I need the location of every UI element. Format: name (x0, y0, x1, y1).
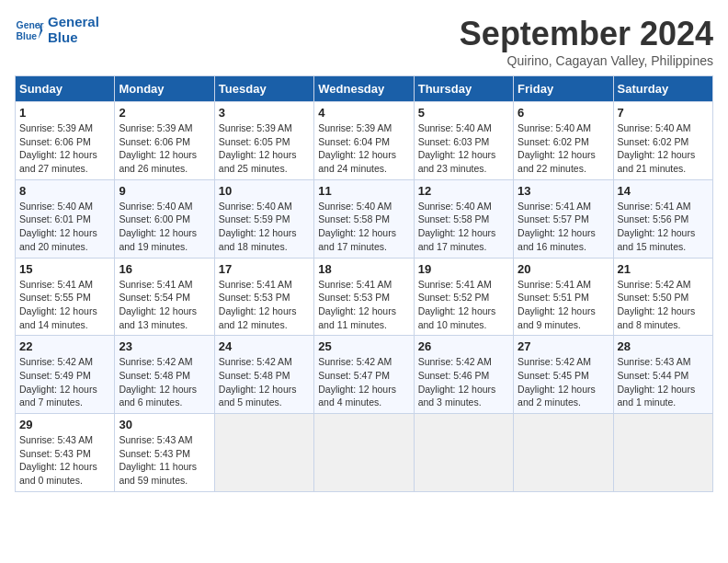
calendar-cell: 3Sunrise: 5:39 AMSunset: 6:05 PMDaylight… (214, 102, 313, 180)
calendar-cell: 6Sunrise: 5:40 AMSunset: 6:02 PMDaylight… (514, 102, 613, 180)
calendar-cell: 30Sunrise: 5:43 AMSunset: 5:43 PMDayligh… (115, 414, 214, 492)
day-number: 5 (418, 106, 509, 120)
calendar-week-6: 29Sunrise: 5:43 AMSunset: 5:43 PMDayligh… (16, 414, 713, 492)
calendar-cell: 2Sunrise: 5:39 AMSunset: 6:06 PMDaylight… (115, 102, 214, 180)
day-number: 11 (318, 184, 409, 198)
day-header-wednesday: Wednesday (314, 76, 414, 102)
day-detail: Sunrise: 5:40 AMSunset: 5:59 PMDaylight:… (219, 200, 310, 254)
calendar-cell (314, 414, 414, 492)
calendar-cell: 10Sunrise: 5:40 AMSunset: 5:59 PMDayligh… (214, 179, 313, 258)
day-number: 20 (518, 262, 609, 276)
calendar-cell: 24Sunrise: 5:42 AMSunset: 5:48 PMDayligh… (214, 336, 313, 414)
day-number: 30 (119, 418, 210, 431)
calendar-cell: 5Sunrise: 5:40 AMSunset: 6:03 PMDaylight… (414, 102, 513, 180)
day-number: 24 (219, 339, 310, 353)
day-number: 7 (618, 106, 709, 120)
calendar-cell (414, 414, 513, 492)
month-title: September 2024 (460, 15, 713, 53)
day-detail: Sunrise: 5:40 AMSunset: 5:58 PMDaylight:… (418, 200, 509, 254)
day-number: 19 (418, 262, 509, 276)
day-number: 22 (19, 339, 110, 353)
day-number: 12 (418, 184, 509, 198)
page-header: General Blue General Blue September 2024… (15, 15, 713, 68)
calendar-week-5: 22Sunrise: 5:42 AMSunset: 5:49 PMDayligh… (16, 336, 713, 414)
day-number: 18 (318, 262, 409, 276)
day-detail: Sunrise: 5:39 AMSunset: 6:06 PMDaylight:… (19, 121, 110, 176)
day-detail: Sunrise: 5:40 AMSunset: 5:58 PMDaylight:… (318, 200, 409, 254)
day-detail: Sunrise: 5:41 AMSunset: 5:52 PMDaylight:… (418, 278, 509, 332)
day-detail: Sunrise: 5:43 AMSunset: 5:44 PMDaylight:… (618, 355, 709, 409)
day-number: 15 (19, 262, 110, 276)
subtitle: Quirino, Cagayan Valley, Philippines (460, 53, 713, 68)
day-number: 25 (318, 339, 409, 353)
day-number: 3 (219, 106, 310, 120)
day-header-thursday: Thursday (414, 76, 513, 102)
calendar-cell: 29Sunrise: 5:43 AMSunset: 5:43 PMDayligh… (16, 414, 115, 492)
calendar-cell: 19Sunrise: 5:41 AMSunset: 5:52 PMDayligh… (414, 258, 513, 336)
calendar-cell: 28Sunrise: 5:43 AMSunset: 5:44 PMDayligh… (613, 336, 712, 414)
day-detail: Sunrise: 5:41 AMSunset: 5:51 PMDaylight:… (518, 278, 609, 332)
svg-text:Blue: Blue (17, 30, 38, 40)
day-detail: Sunrise: 5:42 AMSunset: 5:46 PMDaylight:… (418, 355, 509, 409)
day-header-monday: Monday (115, 76, 214, 102)
calendar-cell: 7Sunrise: 5:40 AMSunset: 6:02 PMDaylight… (613, 102, 712, 180)
day-header-sunday: Sunday (16, 76, 115, 102)
day-header-saturday: Saturday (613, 76, 712, 102)
day-header-tuesday: Tuesday (214, 76, 313, 102)
day-detail: Sunrise: 5:42 AMSunset: 5:50 PMDaylight:… (618, 278, 709, 332)
day-detail: Sunrise: 5:39 AMSunset: 6:06 PMDaylight:… (119, 121, 210, 176)
calendar-cell: 27Sunrise: 5:42 AMSunset: 5:45 PMDayligh… (514, 336, 613, 414)
day-number: 28 (618, 339, 709, 353)
day-number: 4 (318, 106, 409, 120)
day-number: 8 (19, 184, 110, 198)
calendar-cell: 13Sunrise: 5:41 AMSunset: 5:57 PMDayligh… (514, 179, 613, 258)
day-number: 1 (19, 106, 110, 120)
calendar-cell: 20Sunrise: 5:41 AMSunset: 5:51 PMDayligh… (514, 258, 613, 336)
logo: General Blue General Blue (15, 15, 99, 45)
day-detail: Sunrise: 5:42 AMSunset: 5:48 PMDaylight:… (119, 355, 210, 409)
day-detail: Sunrise: 5:41 AMSunset: 5:53 PMDaylight:… (318, 278, 409, 332)
calendar-week-4: 15Sunrise: 5:41 AMSunset: 5:55 PMDayligh… (16, 258, 713, 336)
day-detail: Sunrise: 5:39 AMSunset: 6:05 PMDaylight:… (219, 121, 310, 176)
day-number: 14 (618, 184, 709, 198)
calendar-cell: 11Sunrise: 5:40 AMSunset: 5:58 PMDayligh… (314, 179, 414, 258)
calendar-cell: 4Sunrise: 5:39 AMSunset: 6:04 PMDaylight… (314, 102, 414, 180)
day-detail: Sunrise: 5:41 AMSunset: 5:54 PMDaylight:… (119, 278, 210, 332)
calendar-week-3: 8Sunrise: 5:40 AMSunset: 6:01 PMDaylight… (16, 179, 713, 258)
day-detail: Sunrise: 5:41 AMSunset: 5:53 PMDaylight:… (219, 278, 310, 332)
day-number: 29 (19, 418, 110, 431)
day-detail: Sunrise: 5:39 AMSunset: 6:04 PMDaylight:… (318, 121, 409, 176)
day-number: 2 (119, 106, 210, 120)
day-detail: Sunrise: 5:41 AMSunset: 5:56 PMDaylight:… (618, 200, 709, 254)
day-number: 9 (119, 184, 210, 198)
calendar-cell: 12Sunrise: 5:40 AMSunset: 5:58 PMDayligh… (414, 179, 513, 258)
day-number: 23 (119, 339, 210, 353)
days-header-row: SundayMondayTuesdayWednesdayThursdayFrid… (16, 76, 713, 102)
day-detail: Sunrise: 5:42 AMSunset: 5:49 PMDaylight:… (19, 355, 110, 409)
logo-blue: Blue (48, 30, 99, 46)
day-detail: Sunrise: 5:41 AMSunset: 5:55 PMDaylight:… (19, 278, 110, 332)
day-number: 17 (219, 262, 310, 276)
day-number: 26 (418, 339, 509, 353)
day-detail: Sunrise: 5:42 AMSunset: 5:47 PMDaylight:… (318, 355, 409, 409)
calendar-cell: 1Sunrise: 5:39 AMSunset: 6:06 PMDaylight… (16, 102, 115, 180)
day-detail: Sunrise: 5:40 AMSunset: 6:01 PMDaylight:… (19, 200, 110, 254)
calendar-cell: 16Sunrise: 5:41 AMSunset: 5:54 PMDayligh… (115, 258, 214, 336)
calendar-cell: 17Sunrise: 5:41 AMSunset: 5:53 PMDayligh… (214, 258, 313, 336)
day-number: 13 (518, 184, 609, 198)
day-detail: Sunrise: 5:43 AMSunset: 5:43 PMDaylight:… (119, 433, 210, 488)
calendar-cell (613, 414, 712, 492)
day-detail: Sunrise: 5:42 AMSunset: 5:48 PMDaylight:… (219, 355, 310, 409)
calendar-cell: 15Sunrise: 5:41 AMSunset: 5:55 PMDayligh… (16, 258, 115, 336)
calendar-cell: 26Sunrise: 5:42 AMSunset: 5:46 PMDayligh… (414, 336, 513, 414)
day-detail: Sunrise: 5:40 AMSunset: 6:02 PMDaylight:… (518, 121, 609, 176)
day-detail: Sunrise: 5:42 AMSunset: 5:45 PMDaylight:… (518, 355, 609, 409)
day-detail: Sunrise: 5:40 AMSunset: 6:03 PMDaylight:… (418, 121, 509, 176)
title-block: September 2024 Quirino, Cagayan Valley, … (460, 15, 713, 68)
calendar-cell: 22Sunrise: 5:42 AMSunset: 5:49 PMDayligh… (16, 336, 115, 414)
calendar-cell: 18Sunrise: 5:41 AMSunset: 5:53 PMDayligh… (314, 258, 414, 336)
calendar-cell: 9Sunrise: 5:40 AMSunset: 6:00 PMDaylight… (115, 179, 214, 258)
calendar-cell (214, 414, 313, 492)
calendar-cell: 25Sunrise: 5:42 AMSunset: 5:47 PMDayligh… (314, 336, 414, 414)
day-detail: Sunrise: 5:40 AMSunset: 6:00 PMDaylight:… (119, 200, 210, 254)
